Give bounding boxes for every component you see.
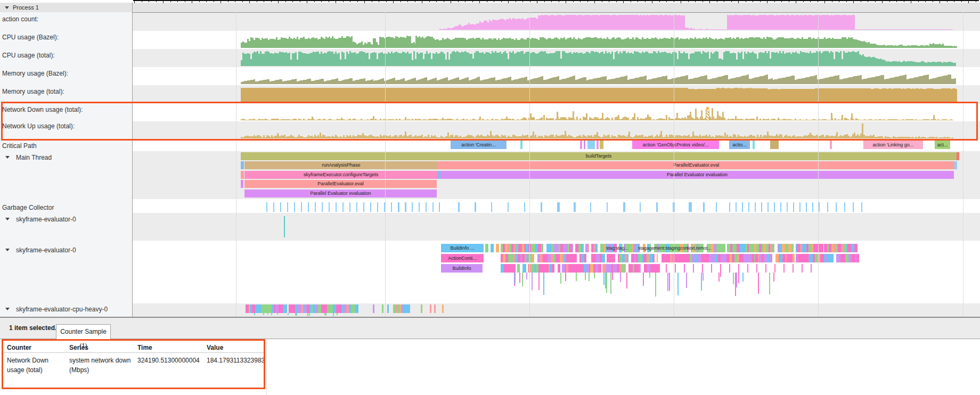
- gc-event-tick[interactable]: [398, 202, 399, 212]
- trace-sliver[interactable]: [852, 254, 855, 262]
- skyframe2-span-actionconti[interactable]: ActionConti...: [441, 254, 484, 262]
- trace-sliver[interactable]: [514, 264, 516, 273]
- gc-event-tick[interactable]: [322, 202, 323, 212]
- trace-sliver[interactable]: [658, 264, 660, 273]
- main-thread-span-sliver[interactable]: [241, 171, 244, 179]
- gc-event-tick[interactable]: [315, 202, 316, 212]
- trace-sliver[interactable]: [558, 264, 561, 273]
- sidebar-item-skyframe-evaluator-0[interactable]: skyframe-evaluator-0: [0, 215, 131, 224]
- sparse-event-tick[interactable]: [793, 264, 794, 273]
- gc-event-tick[interactable]: [329, 202, 330, 212]
- sparse-event-tick[interactable]: [720, 264, 721, 273]
- gc-event-tick[interactable]: [742, 202, 743, 212]
- critical-path-span-action-genobjcprotos-video[interactable]: action 'GenObjcProtos video/...: [632, 141, 719, 149]
- gc-event-tick[interactable]: [287, 202, 288, 212]
- main-thread-span-runanalysisphase[interactable]: runAnalysisPhase: [244, 161, 438, 169]
- timeline-ruler[interactable]: [133, 0, 979, 1]
- critical-path-span-sliver[interactable]: [587, 141, 595, 149]
- gc-event-tick[interactable]: [656, 202, 658, 212]
- trace-sliver[interactable]: [541, 244, 543, 252]
- gc-event-tick[interactable]: [736, 202, 737, 212]
- trace-sliver[interactable]: [587, 244, 589, 252]
- gc-event-tick[interactable]: [426, 202, 427, 212]
- expand-arrow-icon[interactable]: [5, 249, 10, 251]
- sidebar-item-action-count[interactable]: action count:: [0, 15, 131, 23]
- trace-sliver[interactable]: [517, 264, 520, 273]
- gc-event-tick[interactable]: [761, 202, 762, 212]
- expand-arrow-icon[interactable]: [5, 308, 10, 310]
- sparse-event-tick[interactable]: [811, 264, 812, 273]
- gc-event-tick[interactable]: [294, 202, 295, 212]
- gc-event-tick[interactable]: [703, 202, 705, 212]
- sparse-event-tick[interactable]: [684, 264, 685, 273]
- trace-sliver[interactable]: [657, 254, 658, 262]
- gc-event-tick[interactable]: [349, 202, 350, 212]
- main-thread-span-parallel-evaluator-evaluation[interactable]: Parallel Evaluator evaluation: [244, 190, 437, 198]
- gc-event-tick[interactable]: [836, 202, 837, 212]
- gc-event-tick[interactable]: [716, 202, 717, 212]
- gc-event-tick[interactable]: [640, 202, 641, 212]
- critical-path-span-act[interactable]: act...: [935, 141, 950, 149]
- gc-event-tick[interactable]: [363, 202, 364, 212]
- skyframe1-event-tick[interactable]: [284, 216, 285, 237]
- trace-sliver[interactable]: [552, 264, 554, 273]
- trace-sliver[interactable]: [737, 244, 740, 252]
- gc-event-tick[interactable]: [755, 202, 756, 212]
- main-thread-span-sliver[interactable]: [241, 161, 244, 169]
- critical-path-span-sliver[interactable]: [520, 141, 522, 149]
- sparse-event-tick[interactable]: [756, 264, 757, 273]
- critical-path-span-actio[interactable]: actio...: [729, 141, 750, 149]
- gc-event-tick[interactable]: [541, 202, 542, 212]
- main-thread-span-sliver[interactable]: [957, 152, 959, 160]
- sidebar-item-memory-usage-total[interactable]: Memory usage (total):: [0, 87, 131, 96]
- trace-sliver[interactable]: [723, 244, 726, 252]
- trace-sliver[interactable]: [355, 305, 358, 313]
- sparse-event-tick[interactable]: [693, 264, 694, 273]
- trace-sliver[interactable]: [832, 254, 834, 262]
- sidebar-item-network-down-usage-total[interactable]: Network Down usage (total):: [0, 105, 131, 114]
- sidebar-item-cpu-usage-total[interactable]: CPU usage (total):: [0, 51, 131, 60]
- gc-event-tick[interactable]: [780, 202, 781, 212]
- sparse-event-tick[interactable]: [711, 264, 712, 273]
- sidebar-item-network-up-usage-total[interactable]: Network Up usage (total):: [0, 122, 131, 130]
- main-thread-span-sliver[interactable]: [241, 180, 243, 188]
- main-thread-span-sliver[interactable]: [954, 161, 957, 169]
- main-thread-span-parallel-evaluator-evaluation[interactable]: Parallel Evaluator evaluation: [440, 171, 954, 179]
- gc-event-tick[interactable]: [844, 202, 845, 212]
- trace-sliver[interactable]: [387, 305, 389, 313]
- critical-path-span-sliver[interactable]: [597, 141, 599, 149]
- trace-sliver[interactable]: [430, 305, 431, 313]
- critical-path-span-action-linking-go[interactable]: action 'Linking go...: [863, 141, 923, 149]
- critical-path-span-sliver[interactable]: [753, 141, 755, 149]
- gc-event-tick[interactable]: [377, 202, 378, 212]
- main-thread-span-buildtargets[interactable]: buildTargets: [241, 152, 957, 160]
- trace-sliver[interactable]: [522, 264, 526, 273]
- critical-path-span-action-creatin[interactable]: action 'Creatin...: [451, 141, 507, 149]
- gc-event-tick[interactable]: [458, 202, 460, 212]
- critical-path-span-sliver[interactable]: [830, 141, 832, 149]
- gc-event-tick[interactable]: [370, 202, 371, 212]
- gc-event-tick[interactable]: [819, 202, 820, 212]
- gc-event-tick[interactable]: [787, 202, 788, 212]
- sidebar-item-critical-path[interactable]: Critical Path: [0, 142, 131, 150]
- sparse-event-tick[interactable]: [765, 264, 766, 273]
- sparse-event-tick[interactable]: [675, 264, 676, 273]
- gc-event-tick[interactable]: [623, 202, 625, 212]
- trace-sliver[interactable]: [791, 244, 794, 252]
- trace-sliver[interactable]: [612, 254, 615, 262]
- trace-sliver[interactable]: [442, 305, 444, 313]
- trace-sliver[interactable]: [854, 244, 858, 252]
- main-thread-span-parallelevaluator-eval[interactable]: ParallelEvaluator.eval: [244, 180, 437, 188]
- gc-event-tick[interactable]: [729, 202, 730, 212]
- trace-sliver[interactable]: [627, 254, 628, 262]
- gc-event-tick[interactable]: [557, 202, 560, 212]
- trace-sliver[interactable]: [532, 254, 534, 262]
- gc-event-tick[interactable]: [524, 202, 525, 212]
- sparse-event-tick[interactable]: [783, 264, 785, 273]
- trace-sliver[interactable]: [770, 254, 772, 262]
- sidebar-item-cpu-usage-bazel[interactable]: CPU usage (Bazel):: [0, 33, 131, 42]
- skyframe2-span-sliver[interactable]: [485, 244, 488, 252]
- gc-event-tick[interactable]: [748, 202, 749, 212]
- sparse-event-tick[interactable]: [738, 264, 739, 273]
- trace-sliver[interactable]: [602, 254, 605, 262]
